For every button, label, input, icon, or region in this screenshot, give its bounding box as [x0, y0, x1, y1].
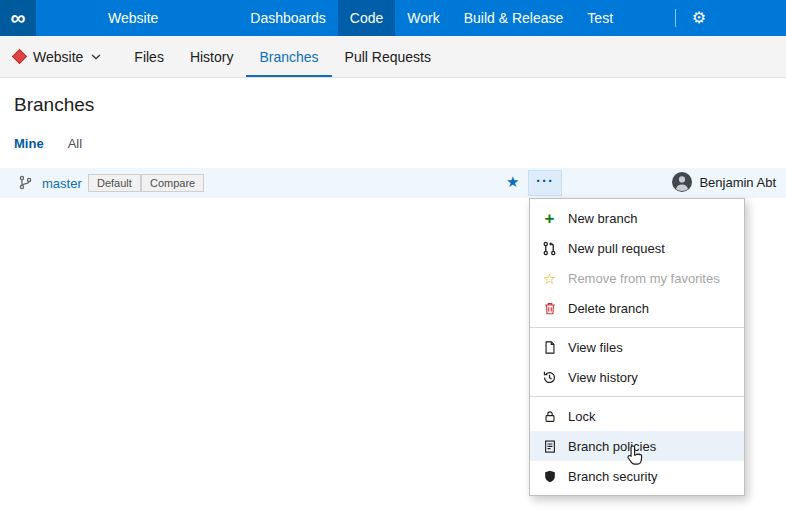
branch-filter-pivots: Mine All	[14, 136, 786, 151]
menu-separator	[530, 396, 744, 397]
ellipsis-more-button[interactable]: ···	[528, 170, 562, 196]
default-badge: Default	[88, 174, 141, 192]
tab-history[interactable]: History	[177, 36, 247, 77]
avatar	[672, 172, 692, 192]
hub-tabs: Files History Branches Pull Requests	[121, 36, 444, 77]
chevron-down-icon	[91, 54, 101, 60]
history-icon	[541, 370, 558, 385]
git-branch-icon	[18, 175, 33, 194]
lock-icon	[541, 409, 558, 424]
top-nav: Dashboards Code Work Build & Release Tes…	[238, 0, 625, 36]
menu-item-branch-security[interactable]: Branch security	[530, 461, 744, 491]
trash-icon	[541, 301, 558, 316]
nav-item-build-release[interactable]: Build & Release	[452, 0, 576, 36]
page-title: Branches	[14, 94, 786, 116]
policy-icon	[541, 439, 558, 454]
topbar-right: ⚙	[675, 0, 786, 36]
menu-item-remove-from-favorites[interactable]: ☆ Remove from my favorites	[530, 263, 744, 293]
tab-branches[interactable]: Branches	[246, 36, 331, 77]
menu-item-lock[interactable]: Lock	[530, 401, 744, 431]
plus-icon: +	[541, 210, 558, 227]
file-icon	[541, 340, 558, 355]
menu-item-new-pull-request[interactable]: New pull request	[530, 233, 744, 263]
topbar-divider	[675, 9, 676, 27]
star-outline-icon: ☆	[541, 271, 558, 286]
branch-row-master[interactable]: master Default Compare ★ ··· Benjamin Ab…	[0, 168, 786, 198]
branches-page: ∞ Website Dashboards Code Work Build & R…	[0, 0, 786, 514]
code-hub-bar: Website Files History Branches Pull Requ…	[0, 36, 786, 78]
menu-separator	[530, 327, 744, 328]
menu-item-view-history[interactable]: View history	[530, 362, 744, 392]
repository-name: Website	[33, 49, 83, 65]
infinity-logo-icon: ∞	[11, 6, 26, 30]
account-brand[interactable]: Website	[108, 10, 158, 26]
visual-studio-logo[interactable]: ∞	[0, 0, 36, 36]
repository-selector[interactable]: Website	[0, 36, 115, 77]
branch-name-link[interactable]: master	[42, 176, 82, 191]
shield-icon	[541, 469, 558, 484]
star-filled-icon[interactable]: ★	[506, 173, 519, 191]
nav-item-dashboards[interactable]: Dashboards	[238, 0, 338, 36]
pivot-all[interactable]: All	[68, 136, 82, 151]
branch-author: Benjamin Abt	[672, 172, 776, 192]
tab-files[interactable]: Files	[121, 36, 177, 77]
gear-icon[interactable]: ⚙	[692, 10, 706, 26]
menu-item-branch-policies[interactable]: Branch policies	[530, 431, 744, 461]
menu-item-view-files[interactable]: View files	[530, 332, 744, 362]
pivot-mine[interactable]: Mine	[14, 136, 44, 151]
tab-pull-requests[interactable]: Pull Requests	[332, 36, 444, 77]
pull-request-icon	[541, 241, 558, 256]
author-name: Benjamin Abt	[699, 175, 776, 190]
nav-item-work[interactable]: Work	[395, 0, 451, 36]
compare-button[interactable]: Compare	[141, 174, 204, 192]
top-navigation-bar: ∞ Website Dashboards Code Work Build & R…	[0, 0, 786, 36]
nav-item-test[interactable]: Test	[575, 0, 625, 36]
branch-context-menu: + New branch New pull request ☆ Remove f…	[529, 198, 745, 496]
nav-item-code[interactable]: Code	[338, 0, 395, 36]
menu-item-new-branch[interactable]: + New branch	[530, 203, 744, 233]
menu-item-delete-branch[interactable]: Delete branch	[530, 293, 744, 323]
project-diamond-icon	[12, 49, 28, 65]
